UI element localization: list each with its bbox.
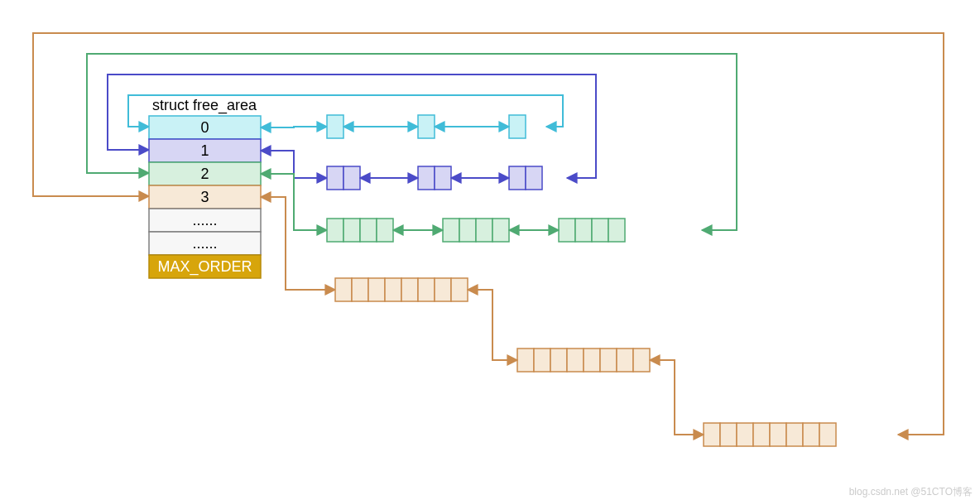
svg-rect-24	[385, 278, 401, 301]
svg-rect-29	[517, 349, 534, 372]
svg-rect-17	[559, 219, 575, 242]
svg-rect-2	[509, 115, 526, 138]
svg-rect-18	[575, 219, 592, 242]
array-row-label-order0: 0	[200, 119, 209, 136]
svg-rect-40	[753, 423, 770, 446]
svg-rect-1	[418, 115, 435, 138]
svg-rect-35	[617, 349, 633, 372]
conn-head-order-0	[261, 127, 327, 127]
array-row-label-max: MAX_ORDER	[157, 258, 252, 276]
svg-rect-38	[720, 423, 737, 446]
svg-rect-44	[819, 423, 836, 446]
svg-rect-39	[737, 423, 753, 446]
svg-rect-37	[704, 423, 720, 446]
link-order3-1	[468, 290, 517, 360]
svg-rect-15	[476, 219, 492, 242]
svg-rect-13	[443, 219, 459, 242]
array-row-label-order3: 3	[200, 189, 209, 205]
conn-head-order-2	[261, 174, 327, 230]
link-order3-2	[650, 360, 704, 435]
conn-head-order-3	[261, 197, 335, 290]
svg-rect-0	[327, 115, 343, 138]
svg-rect-30	[534, 349, 550, 372]
svg-rect-28	[451, 278, 468, 301]
struct-title: struct free_area	[152, 97, 257, 114]
block-order2-1	[443, 219, 509, 242]
svg-rect-5	[418, 166, 435, 190]
svg-rect-9	[327, 219, 343, 242]
svg-rect-36	[633, 349, 650, 372]
svg-rect-6	[435, 166, 451, 190]
block-order2-2	[559, 219, 625, 242]
svg-rect-34	[600, 349, 617, 372]
block-order2-0	[327, 219, 393, 242]
array-row-label-ellipsis1: ......	[192, 212, 217, 228]
watermark: blog.csdn.net @51CTO博客	[849, 486, 973, 498]
block-order1-1	[418, 166, 451, 190]
svg-rect-32	[567, 349, 584, 372]
svg-rect-33	[584, 349, 600, 372]
svg-rect-42	[786, 423, 803, 446]
block-order3-2	[704, 423, 836, 446]
svg-rect-8	[526, 166, 542, 190]
svg-rect-3	[327, 166, 343, 190]
svg-rect-41	[770, 423, 786, 446]
block-order1-0	[327, 166, 360, 190]
svg-rect-25	[401, 278, 418, 301]
svg-rect-31	[550, 349, 567, 372]
svg-rect-22	[352, 278, 368, 301]
svg-rect-12	[377, 219, 393, 242]
svg-rect-4	[343, 166, 360, 190]
svg-rect-26	[418, 278, 435, 301]
svg-rect-20	[608, 219, 625, 242]
svg-rect-10	[343, 219, 360, 242]
block-order1-2	[509, 166, 542, 190]
svg-rect-14	[459, 219, 476, 242]
svg-rect-16	[492, 219, 509, 242]
svg-rect-27	[435, 278, 451, 301]
svg-rect-11	[360, 219, 377, 242]
svg-rect-19	[592, 219, 608, 242]
block-order0-1	[418, 115, 435, 138]
array-row-label-order2: 2	[200, 166, 209, 182]
block-order0-0	[327, 115, 343, 138]
svg-rect-21	[335, 278, 352, 301]
block-order0-2	[509, 115, 526, 138]
array-row-label-order1: 1	[200, 142, 209, 159]
svg-rect-43	[803, 423, 819, 446]
free-area-diagram: struct free_area 0123............MAX_ORD…	[0, 0, 980, 500]
svg-rect-7	[509, 166, 526, 190]
block-order3-0	[335, 278, 468, 301]
block-order3-1	[517, 349, 650, 372]
array-row-label-ellipsis2: ......	[192, 235, 217, 252]
svg-rect-23	[368, 278, 385, 301]
